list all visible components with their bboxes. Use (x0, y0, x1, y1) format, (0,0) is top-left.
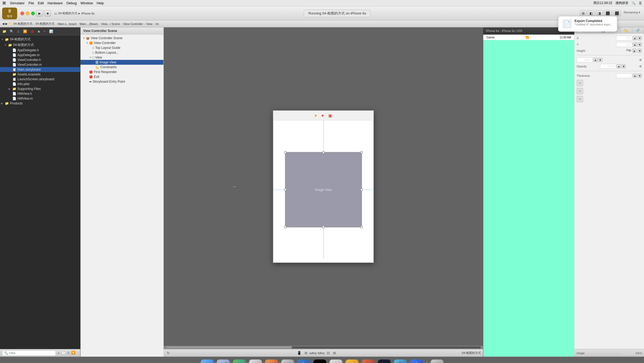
sidebar-breakpoint-icon[interactable]: ◆ (36, 29, 41, 34)
menu-simulator[interactable]: Simulator (10, 1, 25, 5)
dock-item-app3[interactable]: 📦 (409, 360, 423, 363)
canvas-refresh-icon[interactable]: ↻ (166, 350, 171, 355)
tree-item-viewcontroller-h[interactable]: 📄 ViewController.h (0, 57, 80, 62)
run-button[interactable]: ▶ (36, 10, 43, 17)
inspector-step-up-y[interactable]: ▲ (633, 42, 637, 47)
layout-btn-1[interactable]: ⊞ (580, 10, 587, 16)
outline-view[interactable]: ▼ □ View (80, 55, 163, 60)
inspector-step-up-x[interactable]: ▲ (633, 36, 637, 40)
tree-item-appdelegate-m[interactable]: 📄 AppDelegate.m (0, 53, 80, 57)
sidebar-warning-icon[interactable]: ⚠ (16, 29, 21, 34)
menu-file[interactable]: File (28, 1, 34, 5)
breadcrumb-item-1[interactable]: 04-检图的方式 (36, 22, 55, 26)
layout-btn-3[interactable]: ◨ (596, 10, 603, 16)
handle-bottom-center[interactable] (322, 226, 324, 228)
canvas-mode-icon[interactable]: ⊟ (326, 350, 331, 355)
tree-item-assets[interactable]: 📁 Assets.xcassets (0, 72, 80, 77)
tree-item-viewcontroller-m[interactable]: 📄 ViewController.m (0, 62, 80, 67)
minimize-button[interactable] (26, 12, 30, 15)
menu-list-icon[interactable]: ☰ (639, 1, 642, 5)
breadcrumb-item-2[interactable]: Main.s...board (58, 22, 76, 26)
sidebar-search-icon[interactable]: 🔍 (8, 29, 15, 34)
navigator-toggle[interactable]: ⬛ (604, 10, 612, 16)
scheme-selector[interactable]: 🗂 04-检图的方式 ▶ iPhone 6s (54, 11, 94, 15)
inspector-step-down-p2[interactable]: ▼ (621, 64, 626, 68)
inspector-field-percent1[interactable]: 100% (577, 57, 593, 62)
inspector-field-thickness[interactable]: 1 (616, 73, 632, 78)
inspector-step-up-p1[interactable]: ▲ (593, 58, 598, 62)
breadcrumb-item-4[interactable]: View...r Scene (101, 22, 120, 26)
inspector-flip-up[interactable]: ▲ (632, 49, 636, 53)
dock-item-launchpad[interactable]: 🚀 (216, 360, 230, 363)
inspector-tab-connections[interactable]: 🔗 (632, 27, 644, 33)
sidebar-debug-icon[interactable]: 🐞 (29, 29, 36, 34)
tree-item-hmview-h[interactable]: 📄 HMView.h (0, 91, 80, 96)
inspector-field-x[interactable]: 191 (616, 36, 632, 41)
tree-item-appdelegate-h[interactable]: 📄 AppDelegate.h (0, 48, 80, 53)
inspector-flip-down[interactable]: ▼ (638, 49, 642, 53)
inspector-add-btn-1[interactable]: ＋ (577, 80, 583, 86)
sidebar-filter-icon[interactable]: 🔽 (22, 29, 28, 34)
close-button[interactable] (20, 12, 24, 15)
outline-first-responder[interactable]: 🔴 First Responder (80, 70, 163, 74)
dock-item-safari[interactable]: 🌐 (232, 360, 246, 363)
breadcrumb-nav-fwd[interactable]: ▶ (5, 22, 8, 26)
canvas-icon-1[interactable]: ● (314, 113, 317, 118)
tree-item-launchscreen[interactable]: 📋 LaunchScreen.storyboard (0, 77, 80, 82)
breadcrumb-item-7[interactable]: Im (156, 22, 159, 26)
inspector-add-btn-3[interactable]: ＋ (577, 96, 583, 102)
outline-vc[interactable]: ▼ 🟠 View Controller (80, 41, 163, 45)
canvas-icon-2[interactable]: ● (321, 113, 324, 118)
filter-search[interactable]: 🔍 (2, 350, 56, 356)
handle-bottom-right[interactable] (360, 226, 363, 228)
outline-storyboard-entry[interactable]: ➡ Storyboard Entry Point (80, 79, 163, 84)
tree-item-subfolder[interactable]: ▼ 📁 04-检图的方式 (0, 42, 80, 48)
inspector-gear-icon[interactable]: ⚙ (639, 58, 642, 62)
menu-input[interactable]: 搜狗拼音 (616, 1, 628, 5)
tree-item-root[interactable]: ▼ 📁 04-检图的方式 (0, 37, 80, 42)
dock-item-system-prefs[interactable]: ⚙ (329, 360, 343, 363)
inspector-field-percent2[interactable]: 100% (600, 64, 616, 69)
dock-item-finder[interactable]: 🔍 (200, 360, 214, 363)
handle-middle-left[interactable] (284, 188, 286, 191)
inspector-tab-size[interactable]: 📐 (621, 27, 632, 33)
tree-item-hmview-m[interactable]: 📄 HMView.m (0, 96, 80, 101)
image-view-element[interactable]: Image View (285, 152, 362, 227)
menu-hardware[interactable]: Hardware (47, 1, 63, 5)
inspector-step-down-x[interactable]: ▼ (638, 36, 642, 40)
layout-btn-2[interactable]: ◧ (588, 10, 595, 16)
dock-item-tools[interactable]: 🔧 (281, 360, 295, 363)
menu-search-icon[interactable]: 🔍 (632, 1, 636, 5)
canvas-layout-icon[interactable]: ⊞ (303, 350, 309, 355)
inspector-step-down-p1[interactable]: ▼ (598, 58, 602, 62)
pause-button[interactable]: ⏸ 暂停 (2, 8, 17, 19)
tree-item-main-storyboard[interactable]: 📋 Main.storyboard (0, 67, 80, 72)
menu-window[interactable]: Window (80, 1, 93, 5)
dock-item-xcode[interactable]: 🔨 (297, 360, 311, 363)
outline-vc-scene[interactable]: ▼ 📦 View Controller Scene (80, 36, 163, 41)
sidebar-folder-icon[interactable]: 📁 (1, 29, 8, 34)
inspector-step-down-y[interactable]: ▼ (638, 42, 642, 47)
breadcrumb-nav-back[interactable]: ◀ (2, 22, 4, 26)
apple-menu[interactable]: ⌘ (2, 1, 6, 6)
breadcrumb-item-3[interactable]: Main....(Base) (80, 22, 98, 26)
breadcrumb-item-5[interactable]: View Controller (123, 22, 143, 26)
outline-constraints[interactable]: 📐 Constraints (80, 65, 163, 70)
inspector-gear-icon-2[interactable]: ⚙ (639, 65, 642, 68)
handle-top-right[interactable] (360, 151, 363, 153)
handle-top-left[interactable] (284, 151, 286, 153)
maximize-button[interactable] (31, 12, 35, 15)
outline-bottom-layout[interactable]: □ Bottom Layout... (80, 50, 163, 55)
canvas-grid-icon[interactable]: ⊞ (332, 350, 337, 355)
dock-item-terminal[interactable]: $_ (313, 360, 327, 363)
sidebar-test-icon[interactable]: ✓ (42, 29, 47, 34)
dock-item-sketch[interactable]: 💎 (345, 360, 359, 363)
tree-item-products[interactable]: ▶ 📁 Products (0, 101, 80, 106)
warning-icon[interactable]: ⚠ (67, 351, 70, 355)
outline-exit[interactable]: 🔴 Exit (80, 74, 163, 79)
inspector-step-down-t[interactable]: ▼ (638, 74, 642, 78)
sidebar-report-icon[interactable]: 📊 (48, 29, 54, 34)
dock-item-terminal2[interactable]: > (377, 360, 391, 363)
inspector-field-y[interactable]: 282 (616, 42, 632, 47)
outline-image-view[interactable]: 🖼 Image View (80, 60, 163, 65)
